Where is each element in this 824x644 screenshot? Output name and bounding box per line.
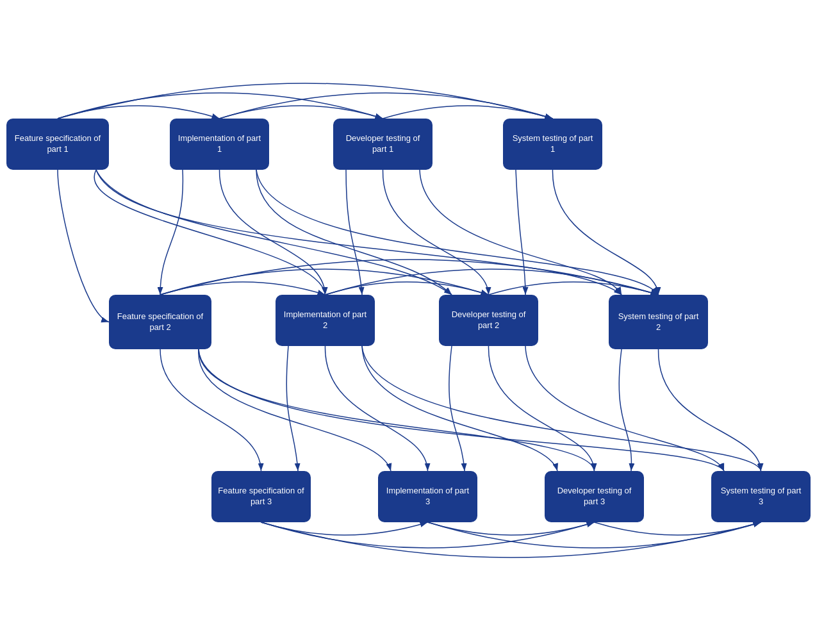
diagram-container: Feature specification of part 1Implement…: [0, 0, 824, 644]
node-r3c2: Implementation of part 3: [378, 471, 477, 522]
node-r3c1: Feature specification of part 3: [211, 471, 311, 522]
node-r3c3: Developer testing of part 3: [545, 471, 644, 522]
node-r1c1: Feature specification of part 1: [6, 119, 109, 170]
node-r2c1: Feature specification of part 2: [109, 295, 211, 349]
node-r2c2: Implementation of part 2: [276, 295, 375, 346]
node-r1c4: System testing of part 1: [503, 119, 602, 170]
node-r1c2: Implementation of part 1: [170, 119, 269, 170]
node-r2c3: Developer testing of part 2: [439, 295, 538, 346]
node-r3c4: System testing of part 3: [711, 471, 811, 522]
node-r1c3: Developer testing of part 1: [333, 119, 433, 170]
node-r2c4: System testing of part 2: [609, 295, 708, 349]
